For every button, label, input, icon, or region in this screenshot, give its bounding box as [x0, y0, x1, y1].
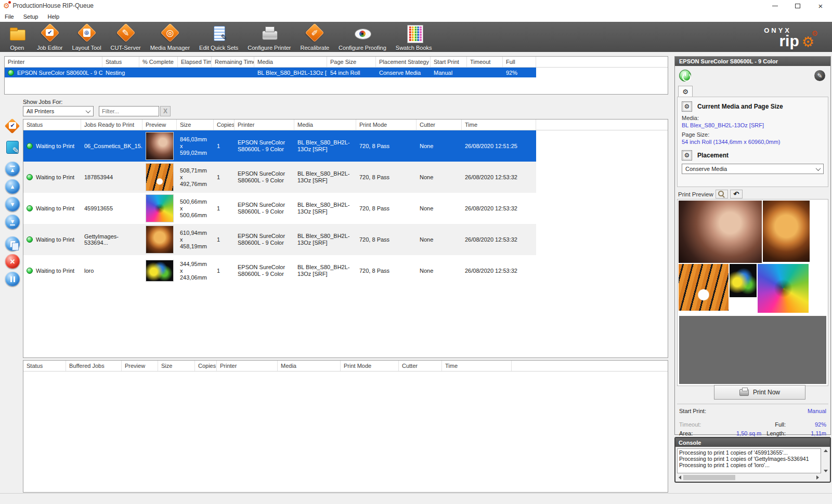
edit-pencil-button[interactable]: ✎: [814, 70, 825, 81]
scroll-up-icon[interactable]: [824, 449, 828, 452]
printer-column-printer[interactable]: Printer: [5, 57, 102, 67]
print-now-button[interactable]: Print Now: [714, 385, 805, 400]
printer-column-remaining-time[interactable]: Remaining Time: [212, 57, 254, 67]
placement-gear-button[interactable]: ⚙: [682, 150, 692, 161]
jobs-column-print-mode[interactable]: Print Mode: [356, 120, 417, 130]
job-row[interactable]: Waiting to Print06_Cosmetics_BK_15...846…: [23, 130, 536, 162]
job-preview-thumbnail: [146, 194, 174, 222]
job-printmode-cell: 720, 8 Pass: [356, 193, 417, 224]
printer-column-status[interactable]: Status: [102, 57, 139, 67]
move-up-button[interactable]: ▲: [5, 179, 20, 194]
job-printer-cell: EPSON SureColor S80600L - 9 Color: [235, 130, 294, 162]
toolbar-button-open[interactable]: Open: [2, 22, 32, 52]
settings-tab[interactable]: ⚙: [678, 86, 693, 97]
job-status-icon: [27, 174, 33, 180]
toolbar-button-cut-server[interactable]: CUT-Server: [106, 22, 146, 52]
toolbar-button-recalibrate[interactable]: Recalibrate: [295, 22, 334, 52]
jobs-column-status[interactable]: Status: [23, 120, 81, 130]
jobs-column-time[interactable]: Time: [462, 120, 536, 130]
jobs-column-printer[interactable]: Printer: [235, 120, 294, 130]
buffered-column-printer[interactable]: Printer: [217, 361, 278, 371]
placement-select[interactable]: Conserve Media: [682, 164, 824, 174]
buffered-column-copies[interactable]: Copies: [195, 361, 217, 371]
menu-item-setup[interactable]: Setup: [19, 14, 43, 20]
job-row[interactable]: Waiting to Printloro344,95mm x 243,06mm1…: [23, 255, 536, 286]
jobs-column-size[interactable]: Size: [177, 120, 214, 130]
start-print-value[interactable]: Manual: [808, 408, 826, 414]
job-status-text: Waiting to Print: [36, 268, 74, 274]
close-button[interactable]: ×: [809, 0, 832, 11]
scroll-down-icon[interactable]: [824, 470, 828, 472]
toolbar-button-edit-quick-sets[interactable]: Edit Quick Sets: [194, 22, 243, 52]
printer-column-full[interactable]: Full: [503, 57, 536, 67]
print-preview-canvas[interactable]: [677, 199, 828, 386]
preview-zoom-button[interactable]: [716, 190, 728, 198]
printer-row[interactable]: EPSON SureColor S80600L - 9 Color Nestin…: [5, 68, 536, 77]
move-top-button[interactable]: ▲: [5, 161, 20, 177]
printer-column-start-print[interactable]: Start Print: [431, 57, 467, 67]
printer-filter-select[interactable]: All Printers: [23, 106, 94, 116]
media-value-link[interactable]: BL Blex_S80_BH2L-13Oz [SRF]: [682, 122, 824, 128]
main-toolbar: OpenJob EditorLayout ToolCUT-ServerMedia…: [0, 22, 832, 52]
power-button[interactable]: [679, 70, 691, 82]
buffered-column-cutter[interactable]: Cutter: [399, 361, 442, 371]
media-gear-button[interactable]: ⚙: [682, 101, 692, 112]
delete-job-button[interactable]: ✕: [5, 254, 20, 269]
buffered-column-media[interactable]: Media: [278, 361, 341, 371]
menu-item-file[interactable]: File: [0, 14, 19, 20]
buffered-column-preview[interactable]: Preview: [122, 361, 158, 371]
copy-job-button[interactable]: [5, 236, 20, 251]
scrollbar-thumb[interactable]: [683, 475, 735, 480]
buffered-column-buffered-jobs[interactable]: Buffered Jobs: [66, 361, 122, 371]
console-horizontal-scrollbar[interactable]: [677, 474, 821, 481]
toolbar-button-label: Configure Printer: [248, 45, 291, 51]
jobs-column-media[interactable]: Media: [294, 120, 356, 130]
job-status-text: Waiting to Print: [36, 236, 74, 243]
printer-column-placement-strategy[interactable]: Placement Strategy: [376, 57, 431, 67]
job-size-cell: 846,03mm x 599,02mm: [177, 130, 214, 162]
hold-job-button[interactable]: [5, 271, 20, 287]
jobs-column-copies[interactable]: Copies: [214, 120, 235, 130]
buffered-column-status[interactable]: Status: [23, 361, 66, 371]
job-edit-button[interactable]: [5, 118, 20, 134]
job-preview-cell: [142, 162, 177, 193]
printer-column-media[interactable]: Media: [254, 57, 327, 67]
buffered-column-print-mode[interactable]: Print Mode: [341, 361, 399, 371]
toolbar-button-layout-tool[interactable]: Layout Tool: [68, 22, 106, 52]
job-row[interactable]: Waiting to Print459913655500,66mm x 500,…: [23, 193, 536, 224]
toolbar-button-swatch-books[interactable]: Swatch Books: [391, 22, 437, 52]
printer-column-elapsed-time[interactable]: Elapsed Time: [178, 57, 212, 67]
printer-column-complete[interactable]: % Complete: [139, 57, 178, 67]
job-edit-icon: [5, 118, 20, 134]
scroll-left-icon[interactable]: [679, 475, 681, 480]
move-down-button[interactable]: ▼: [5, 196, 20, 212]
job-printmode-cell: 720, 8 Pass: [356, 224, 417, 255]
preview-rotate-button[interactable]: ↶: [730, 190, 743, 198]
printer-column-timeout[interactable]: Timeout: [467, 57, 503, 67]
toolbar-button-configure-printer[interactable]: Configure Printer: [243, 22, 295, 52]
jobs-column-cutter[interactable]: Cutter: [417, 120, 462, 130]
toolbar-button-job-editor[interactable]: Job Editor: [32, 22, 68, 52]
buffered-column-size[interactable]: Size: [158, 361, 195, 371]
toolbar-button-media-manager[interactable]: Media Manager: [146, 22, 194, 52]
minimize-button[interactable]: [763, 0, 786, 11]
job-row[interactable]: Waiting to PrintGettyImages-533694...610…: [23, 224, 536, 255]
buffered-column-time[interactable]: Time: [442, 361, 512, 371]
toolbar-button-configure-proofing[interactable]: Configure Proofing: [334, 22, 391, 52]
page-size-value-link[interactable]: 54 inch Roll (1344,6mm x 60960,0mm): [682, 139, 824, 145]
printer-complete-cell: [139, 68, 178, 77]
filter-clear-button[interactable]: X: [160, 106, 171, 116]
maximize-button[interactable]: [786, 0, 809, 11]
preview-tile-powder: [730, 264, 757, 297]
filter-input[interactable]: [99, 106, 159, 116]
job-row[interactable]: Waiting to Print187853944508,71mm x 492,…: [23, 162, 536, 193]
jobs-column-preview[interactable]: Preview: [142, 120, 177, 130]
edit-note-button[interactable]: [5, 139, 20, 155]
media-manager-icon: [160, 23, 180, 42]
console-vertical-scrollbar[interactable]: [822, 448, 829, 473]
menu-item-help[interactable]: Help: [43, 14, 64, 20]
printer-column-page-size[interactable]: Page Size: [327, 57, 376, 67]
move-bottom-button[interactable]: ▼: [5, 214, 20, 230]
jobs-column-jobs-ready-to-print[interactable]: Jobs Ready to Print: [81, 120, 142, 130]
scroll-right-icon[interactable]: [816, 475, 819, 480]
